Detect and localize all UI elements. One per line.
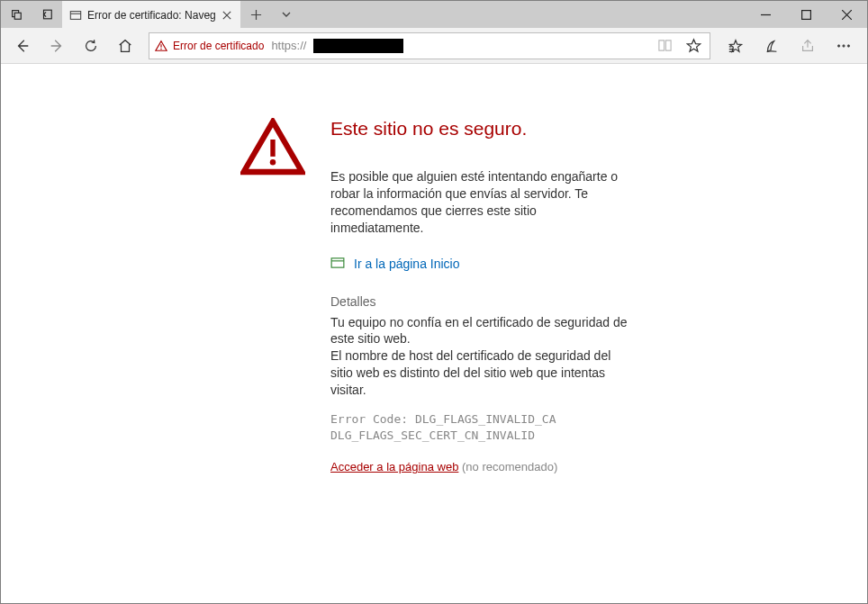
svg-point-8 bbox=[160, 48, 162, 50]
close-tab-icon[interactable] bbox=[221, 9, 233, 22]
page-icon bbox=[69, 9, 82, 22]
error-title: Este sitio no es seguro. bbox=[330, 118, 628, 140]
home-page-icon bbox=[330, 257, 345, 271]
proceed-note: (no recomendado) bbox=[462, 460, 557, 473]
minimize-button[interactable] bbox=[746, 1, 786, 28]
reading-view-icon[interactable] bbox=[654, 38, 675, 53]
svg-point-10 bbox=[843, 44, 845, 46]
address-bar[interactable]: Error de certificado https:// bbox=[149, 32, 710, 59]
home-button[interactable] bbox=[109, 32, 141, 60]
svg-rect-1 bbox=[14, 13, 21, 19]
error-code: Error Code: DLG_FLAGS_INVALID_CA DLG_FLA… bbox=[330, 411, 628, 444]
warning-triangle-icon bbox=[240, 118, 305, 603]
new-tab-button[interactable] bbox=[240, 1, 271, 28]
proceed-link[interactable]: Acceder a la página web bbox=[330, 460, 458, 473]
warning-triangle-icon bbox=[155, 40, 167, 52]
titlebar: Error de certificado: Navegación bloquea… bbox=[1, 1, 867, 28]
tab-expand-icon[interactable] bbox=[271, 1, 302, 28]
url-protocol: https:// bbox=[271, 39, 306, 52]
cert-error-label: Error de certificado bbox=[173, 40, 264, 52]
toolbar: Error de certificado https:// bbox=[1, 28, 867, 64]
error-message: Es posible que alguien esté intentando e… bbox=[330, 168, 628, 237]
favorites-hub-icon[interactable] bbox=[718, 32, 754, 60]
svg-rect-6 bbox=[802, 10, 811, 19]
more-menu-icon[interactable] bbox=[826, 32, 862, 60]
notes-icon[interactable] bbox=[754, 32, 790, 60]
details-text: Tu equipo no confía en el certificado de… bbox=[330, 314, 628, 399]
page-content: Este sitio no es seguro. Es posible que … bbox=[1, 64, 867, 603]
url-host-redacted bbox=[313, 39, 403, 53]
go-home-link[interactable]: Ir a la página Inicio bbox=[354, 257, 460, 271]
refresh-button[interactable] bbox=[75, 32, 107, 60]
browser-tab[interactable]: Error de certificado: Navegación bloquea… bbox=[62, 1, 240, 28]
svg-point-11 bbox=[847, 44, 849, 46]
svg-rect-14 bbox=[331, 257, 344, 266]
svg-point-13 bbox=[270, 159, 276, 165]
svg-rect-3 bbox=[70, 11, 80, 19]
share-icon[interactable] bbox=[790, 32, 826, 60]
close-window-button[interactable] bbox=[827, 1, 867, 28]
svg-rect-2 bbox=[44, 10, 52, 19]
set-aside-tabs-icon[interactable] bbox=[32, 1, 62, 28]
details-heading: Detalles bbox=[330, 294, 628, 309]
cert-error-indicator[interactable]: Error de certificado bbox=[155, 40, 264, 52]
forward-button[interactable] bbox=[41, 32, 73, 60]
tab-title: Error de certificado: Navegación bloquea… bbox=[87, 9, 215, 22]
favorite-star-icon[interactable] bbox=[683, 38, 704, 53]
maximize-button[interactable] bbox=[786, 1, 827, 28]
back-button[interactable] bbox=[6, 32, 39, 60]
svg-point-9 bbox=[837, 44, 839, 46]
tab-preview-icon[interactable] bbox=[1, 1, 32, 28]
svg-rect-12 bbox=[270, 140, 275, 157]
